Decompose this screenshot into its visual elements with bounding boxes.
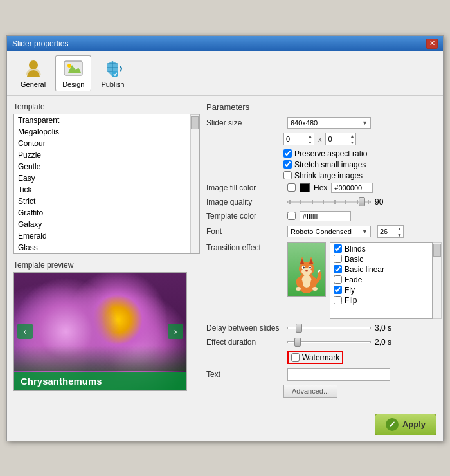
transition-list: Blinds Basic Basic linear [330, 242, 433, 319]
transition-basic-linear: Basic linear [332, 264, 431, 275]
font-size-input[interactable] [378, 226, 396, 237]
effect-thumb[interactable] [294, 338, 301, 347]
effect-duration-row: Effect duration 2,0 s [206, 337, 442, 347]
title-bar: Slider properties ✕ [7, 36, 443, 51]
transition-flip-checkbox[interactable] [334, 296, 342, 304]
effect-label: Effect duration [206, 338, 284, 347]
slider-dot [312, 200, 313, 204]
effect-slider[interactable] [287, 337, 371, 347]
next-arrow[interactable]: › [168, 324, 183, 339]
font-size-down[interactable]: ▼ [396, 232, 403, 239]
fill-hex-input[interactable] [331, 183, 373, 193]
tab-publish[interactable]: Publish [94, 55, 131, 91]
fox-illustration [291, 248, 323, 296]
params-title: Parameters [206, 102, 442, 112]
delay-slider[interactable] [287, 323, 371, 333]
slider-size-value: 640x480 [291, 119, 318, 127]
slider-dot [289, 200, 291, 204]
font-size-up[interactable]: ▲ [396, 226, 403, 232]
advanced-button[interactable]: Advanced... [284, 385, 338, 398]
height-input[interactable] [326, 133, 348, 145]
list-item[interactable]: Contour [14, 138, 190, 149]
width-down-arrow[interactable]: ▼ [307, 140, 314, 146]
tab-bar: General Design Publish [7, 51, 443, 96]
prev-arrow[interactable]: ‹ [17, 324, 33, 339]
effect-value: 2,0 s [375, 338, 392, 347]
apply-label: Apply [402, 419, 426, 429]
slider-size-dropdown[interactable]: 640x480 ▼ [287, 117, 371, 129]
transition-fade-checkbox[interactable] [334, 275, 342, 284]
list-item[interactable]: Transparent [14, 114, 190, 126]
height-spinner[interactable]: ▲ ▼ [325, 133, 356, 145]
width-input[interactable] [284, 133, 307, 145]
tab-design[interactable]: Design [55, 55, 91, 91]
width-up-arrow[interactable]: ▲ [307, 133, 314, 140]
height-up-arrow[interactable]: ▲ [348, 133, 356, 140]
list-item[interactable]: Megalopolis [14, 126, 190, 138]
transition-basic-linear-checkbox[interactable] [334, 265, 342, 273]
text-label: Text [206, 370, 284, 379]
slider-dot [323, 200, 324, 204]
list-item[interactable]: Tick [14, 184, 190, 196]
quality-slider-track [287, 201, 371, 203]
preview-box: ‹ › Chrysanthemums [14, 272, 187, 391]
transition-basic-checkbox[interactable] [334, 255, 342, 263]
width-spinner-arrows[interactable]: ▲ ▼ [307, 133, 314, 145]
font-size-spinner[interactable]: ▲ ▼ [377, 225, 404, 238]
list-item[interactable]: Puzzle [14, 149, 190, 161]
list-item[interactable]: Graffito [14, 207, 190, 219]
apply-button[interactable]: ✓ Apply [375, 414, 437, 435]
transition-preview-thumb [287, 242, 326, 297]
fill-color-swatch[interactable] [300, 183, 310, 192]
template-color-checkbox[interactable] [287, 212, 296, 220]
font-dropdown[interactable]: Roboto Condensed ▼ [287, 226, 371, 237]
text-input[interactable] [287, 368, 390, 381]
slider-dot [300, 200, 302, 204]
tab-general-label: General [21, 80, 46, 88]
transition-blinds-checkbox[interactable] [334, 244, 342, 253]
list-item[interactable]: Easy [14, 172, 190, 184]
preserve-aspect-label: Preserve aspect ratio [294, 149, 367, 158]
list-item[interactable]: Emerald [14, 230, 190, 242]
transition-fly-checkbox[interactable] [334, 286, 342, 294]
slider-size-row: Slider size 640x480 ▼ [206, 117, 442, 129]
quality-slider[interactable] [287, 197, 371, 207]
tab-general[interactable]: General [14, 55, 53, 91]
publish-icon [102, 59, 123, 79]
watermark-checkbox[interactable] [291, 353, 300, 362]
main-window: Slider properties ✕ General Design [6, 35, 444, 441]
height-down-arrow[interactable]: ▼ [348, 140, 356, 146]
width-spinner[interactable]: ▲ ▼ [284, 133, 314, 145]
list-item[interactable]: Galaxy [14, 219, 190, 230]
transition-blinds-label: Blinds [345, 244, 366, 253]
template-color-input[interactable] [300, 211, 351, 221]
delay-thumb[interactable] [296, 324, 302, 333]
font-label: Font [206, 227, 284, 236]
dimension-separator: x [318, 135, 322, 143]
delay-value: 3,0 s [375, 324, 392, 333]
preserve-aspect-checkbox[interactable] [284, 149, 292, 158]
general-icon [23, 59, 44, 79]
stretch-small-label: Stretch small images [294, 160, 366, 169]
template-list-scrollbar[interactable] [190, 114, 199, 253]
tab-design-label: Design [62, 80, 84, 88]
preview-caption: Chrysanthemums [14, 372, 186, 390]
quality-slider-thumb[interactable] [359, 197, 365, 206]
font-size-arrows[interactable]: ▲ ▼ [396, 226, 403, 237]
list-item[interactable]: Strict [14, 196, 190, 207]
shrink-large-label: Shrink large images [294, 171, 363, 180]
list-item[interactable]: Gentle [14, 161, 190, 172]
transition-list-scrollbar[interactable] [433, 242, 442, 319]
height-spinner-arrows[interactable]: ▲ ▼ [348, 133, 356, 145]
right-panel: Parameters Slider size 640x480 ▼ ▲ [206, 102, 442, 401]
effect-track [287, 341, 371, 343]
close-button[interactable]: ✕ [426, 39, 438, 49]
list-item[interactable]: Glass [14, 242, 190, 253]
slider-dot [357, 200, 358, 204]
checkbox-group: Preserve aspect ratio Stretch small imag… [284, 149, 442, 180]
transition-label: Transition effect [206, 242, 284, 252]
shrink-large-checkbox[interactable] [284, 171, 292, 179]
fill-color-checkbox[interactable] [287, 183, 296, 192]
transition-fade: Fade [332, 275, 431, 285]
stretch-small-checkbox[interactable] [284, 160, 292, 169]
